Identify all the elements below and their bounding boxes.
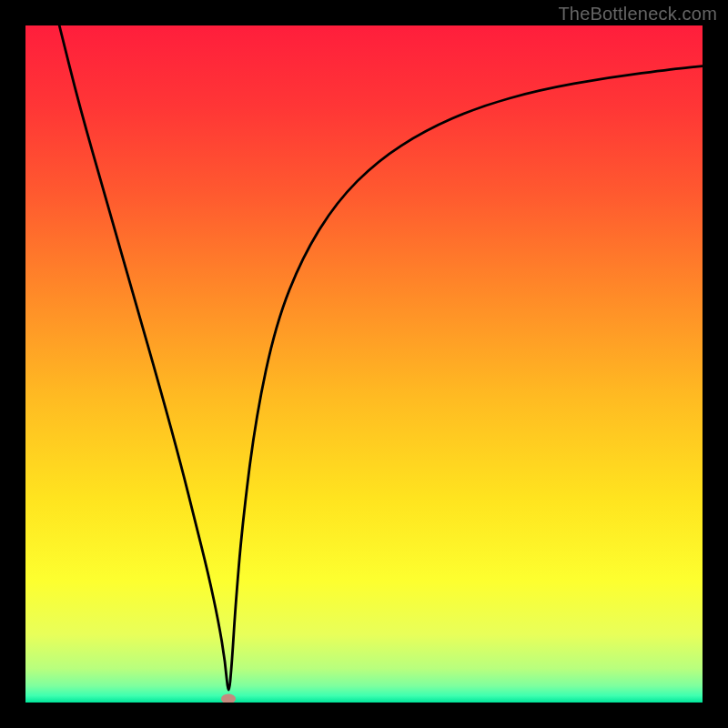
bottleneck-curve (25, 25, 703, 703)
plot-area (25, 25, 703, 703)
watermark-text: TheBottleneck.com (558, 4, 717, 25)
optimal-point-marker (221, 694, 236, 703)
